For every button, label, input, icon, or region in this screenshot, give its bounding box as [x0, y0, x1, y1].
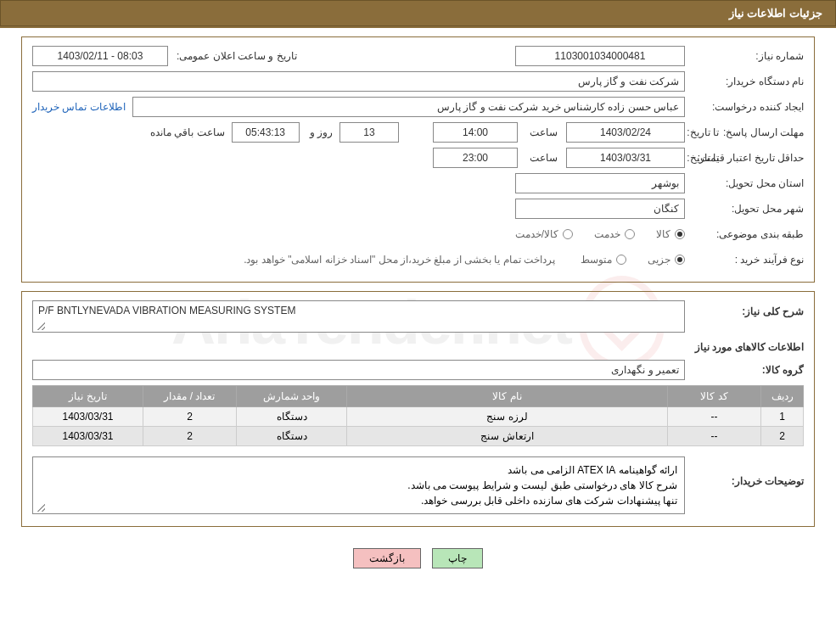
- buyer-notes-line: شرح کالا های درخواستی طبق لیست و شرایط پ…: [40, 478, 677, 493]
- deadline-time: 14:00: [433, 122, 518, 143]
- buyer-contact-link[interactable]: اطلاعات تماس خریدار: [32, 101, 126, 113]
- deadline-label: مهلت ارسال پاسخ:: [719, 126, 804, 138]
- th-code: کد کالا: [668, 386, 761, 407]
- announce-label: تاریخ و ساعت اعلان عمومی:: [173, 50, 297, 62]
- items-panel: شرح کلی نیاز: P/F BNTLYNEVADA VIBRATION …: [21, 291, 815, 527]
- radio-partial[interactable]: [675, 255, 685, 265]
- th-date: تاریخ نیاز: [33, 386, 143, 407]
- cell-idx: 1: [761, 407, 804, 427]
- deadline-date: 1403/02/24: [566, 122, 685, 143]
- buyer-notes-line: ارائه گواهینامه ATEX IA الزامی می باشد: [40, 462, 677, 478]
- remaining-label: ساعت باقي مانده: [147, 126, 225, 138]
- cell-qty: 2: [143, 427, 237, 446]
- days-value: 13: [339, 122, 399, 143]
- delivery-province-label: استان محل تحویل:: [685, 177, 804, 189]
- resize-grip-icon[interactable]: [35, 320, 45, 330]
- time-label-2: ساعت: [526, 152, 558, 164]
- radio-goods[interactable]: [675, 229, 685, 239]
- announce-value: 1403/02/11 - 08:03: [32, 46, 168, 66]
- buyer-notes-label: توضیحات خریدار:: [685, 456, 804, 487]
- page-title: جزئیات اطلاعات نیاز: [729, 7, 822, 20]
- items-table: ردیف کد کالا نام کالا واحد شمارش تعداد /…: [32, 385, 804, 446]
- need-no-label: شماره نیاز:: [685, 50, 804, 62]
- radio-partial-label: جزیی: [648, 254, 670, 266]
- overall-need-label: شرح کلی نیاز:: [685, 300, 804, 317]
- need-no-value: 1103001034000481: [515, 46, 685, 66]
- purchase-note: پرداخت تمام یا بخشی از مبلغ خرید،از محل …: [240, 254, 555, 266]
- page-title-bar: جزئیات اطلاعات نیاز: [0, 0, 836, 26]
- header-underline: [0, 26, 836, 28]
- cell-code: --: [668, 427, 761, 446]
- price-valid-time: 23:00: [433, 148, 518, 168]
- requester-value: عباس حسن زاده کارشناس خرید شرکت نفت و گا…: [132, 97, 685, 117]
- table-row: 2 -- ارتعاش سنج دستگاه 2 1403/03/31: [33, 427, 804, 446]
- table-header-row: ردیف کد کالا نام کالا واحد شمارش تعداد /…: [33, 386, 804, 407]
- cell-date: 1403/03/31: [33, 407, 143, 427]
- delivery-province-value: بوشهر: [515, 173, 685, 193]
- cell-date: 1403/03/31: [33, 427, 143, 446]
- delivery-city-value: کنگان: [515, 199, 685, 219]
- cell-code: --: [668, 407, 761, 427]
- price-valid-date: 1403/03/31: [566, 148, 685, 168]
- th-idx: ردیف: [761, 386, 804, 407]
- cell-name: لرزه سنج: [347, 407, 668, 427]
- buyer-org-value: شرکت نفت و گاز پارس: [32, 71, 685, 92]
- radio-medium[interactable]: [616, 255, 626, 265]
- buyer-notes-box: ارائه گواهینامه ATEX IA الزامی می باشد ش…: [32, 456, 685, 514]
- radio-goods-service-label: کالا/خدمت: [515, 228, 558, 240]
- overall-need-text: P/F BNTLYNEVADA VIBRATION MEASURING SYST…: [38, 305, 295, 316]
- radio-medium-label: متوسط: [581, 254, 612, 266]
- to-date-label-2: تا تاریخ:: [685, 152, 719, 164]
- group-value: تعمیر و نگهداری: [32, 360, 685, 380]
- requester-label: ایجاد کننده درخواست:: [685, 101, 804, 113]
- th-unit: واحد شمارش: [237, 386, 347, 407]
- action-buttons: چاپ بازگشت: [0, 548, 836, 568]
- delivery-city-label: شهر محل تحویل:: [685, 203, 804, 215]
- items-section-title: اطلاعات کالاهای مورد نیاز: [32, 341, 804, 353]
- radio-service[interactable]: [625, 229, 635, 239]
- to-date-label-1: تا تاریخ:: [685, 126, 719, 138]
- th-qty: تعداد / مقدار: [143, 386, 237, 407]
- cell-name: ارتعاش سنج: [347, 427, 668, 446]
- subject-class-label: طبقه بندی موضوعی:: [685, 228, 804, 240]
- overall-need-value: P/F BNTLYNEVADA VIBRATION MEASURING SYST…: [32, 300, 685, 333]
- buyer-org-label: نام دستگاه خریدار:: [685, 76, 804, 87]
- table-row: 1 -- لرزه سنج دستگاه 2 1403/03/31: [33, 407, 804, 427]
- cell-unit: دستگاه: [237, 407, 347, 427]
- resize-grip-icon[interactable]: [35, 501, 45, 512]
- purchase-type-label: نوع فرآیند خرید :: [685, 254, 804, 266]
- details-panel: شماره نیاز: 1103001034000481 تاریخ و ساع…: [21, 36, 815, 283]
- radio-goods-service[interactable]: [563, 229, 573, 239]
- radio-service-label: خدمت: [594, 228, 620, 240]
- time-label-1: ساعت: [526, 126, 558, 138]
- th-name: نام کالا: [347, 386, 668, 407]
- buyer-notes-line: تنها پیشنهادات شرکت های سازنده داخلی قاب…: [40, 493, 677, 508]
- countdown-value: 05:43:13: [232, 122, 300, 143]
- days-and-label: روز و: [306, 126, 333, 138]
- radio-goods-label: کالا: [656, 228, 670, 240]
- group-label: گروه کالا:: [685, 364, 804, 376]
- back-button[interactable]: بازگشت: [353, 548, 421, 568]
- cell-unit: دستگاه: [237, 427, 347, 446]
- cell-idx: 2: [761, 427, 804, 446]
- print-button[interactable]: چاپ: [432, 548, 483, 568]
- cell-qty: 2: [143, 407, 237, 427]
